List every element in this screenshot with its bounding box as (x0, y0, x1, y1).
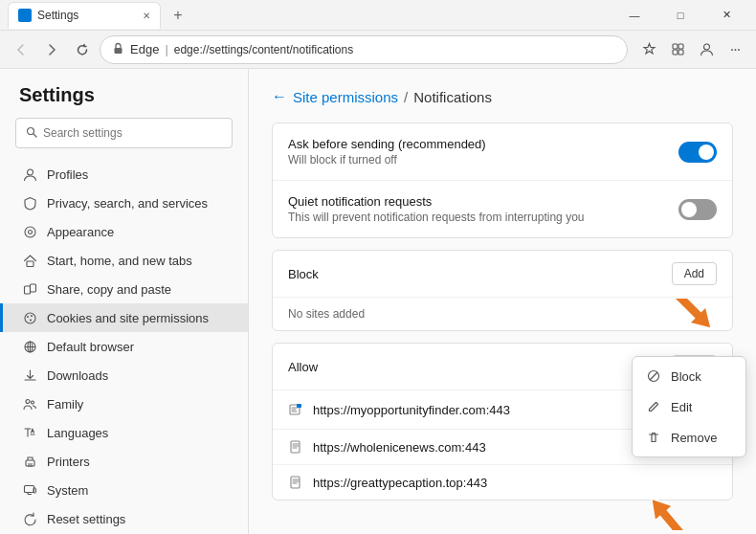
collections-icon[interactable] (664, 36, 691, 63)
svg-point-15 (31, 315, 33, 317)
sidebar-item-appearance[interactable]: Appearance (0, 217, 248, 246)
start-home-icon (22, 253, 37, 268)
sidebar-item-languages[interactable]: Languages (0, 418, 248, 447)
site-url-0: https://myopportunityfinder.com:443 (313, 403, 684, 417)
share-copy-label: Share, copy and paste (47, 282, 171, 297)
sidebar-item-family[interactable]: Family (0, 389, 248, 418)
sidebar-item-start-home[interactable]: Start, home, and new tabs (0, 246, 248, 275)
svg-point-16 (30, 319, 32, 321)
ctx-block-item[interactable]: Block (633, 361, 745, 391)
favorites-icon[interactable] (635, 36, 662, 63)
block-title: Block (288, 267, 672, 281)
quiet-toggle[interactable] (678, 199, 717, 220)
ctx-remove-label: Remove (671, 431, 717, 445)
svg-rect-1 (673, 44, 678, 49)
search-wrap (0, 118, 248, 160)
ask-card: Ask before sending (recommended) Will bl… (272, 122, 733, 238)
downloads-icon (22, 367, 37, 383)
svg-point-8 (25, 227, 35, 237)
svg-rect-23 (33, 488, 36, 493)
close-button[interactable]: ✕ (704, 0, 748, 31)
ctx-block-label: Block (671, 369, 701, 384)
profile-icon[interactable] (693, 36, 720, 63)
lock-icon (112, 42, 124, 57)
edit-icon (646, 399, 661, 414)
no-sites-text: No sites added (273, 297, 732, 330)
settings-tab[interactable]: Settings ✕ (8, 2, 161, 29)
tab-close-button[interactable]: ✕ (143, 11, 150, 21)
allow-title: Allow (288, 360, 672, 374)
svg-rect-29 (291, 441, 300, 453)
sidebar-item-cookies[interactable]: Cookies and site permissions (0, 303, 248, 332)
appearance-icon (22, 224, 37, 239)
reset-icon (22, 511, 37, 526)
refresh-button[interactable] (69, 36, 96, 63)
svg-rect-4 (678, 50, 683, 55)
quiet-label: Quiet notification requests (288, 194, 667, 209)
context-menu: Block Edit Remove (632, 356, 746, 457)
languages-icon (22, 425, 37, 440)
svg-point-14 (27, 316, 29, 318)
svg-point-7 (27, 169, 33, 175)
block-icon (646, 368, 661, 384)
forward-button[interactable] (38, 36, 65, 63)
system-icon (22, 482, 37, 498)
breadcrumb-link[interactable]: Site permissions (293, 89, 398, 105)
search-box[interactable] (15, 118, 233, 148)
address-bar[interactable]: Edge | edge://settings/content/notificat… (100, 35, 628, 64)
svg-rect-0 (115, 48, 122, 54)
maximize-button[interactable]: □ (658, 0, 702, 31)
search-icon (26, 126, 37, 141)
breadcrumb: ← Site permissions / Notifications (272, 88, 733, 105)
svg-point-20 (31, 401, 33, 404)
sidebar-item-share-copy[interactable]: Share, copy and paste (0, 275, 248, 303)
sidebar-item-profiles[interactable]: Profiles (0, 160, 248, 189)
address-separator: | (165, 42, 167, 56)
start-home-label: Start, home, and new tabs (47, 254, 192, 268)
svg-point-19 (26, 399, 30, 403)
sidebar: Settings Profiles Privacy, search, and s… (0, 69, 249, 534)
system-label: System (47, 483, 88, 498)
block-add-button[interactable]: Add (672, 262, 717, 285)
sidebar-item-printers[interactable]: Printers (0, 447, 248, 476)
sidebar-item-downloads[interactable]: Downloads (0, 361, 248, 389)
quiet-row: Quiet notification requests This will pr… (273, 180, 732, 237)
breadcrumb-back-button[interactable]: ← (272, 88, 287, 105)
ctx-remove-item[interactable]: Remove (633, 422, 745, 453)
svg-rect-11 (24, 286, 30, 294)
toggle-thumb (699, 145, 714, 160)
site-icon-1 (288, 439, 303, 455)
address-actions: ··· (635, 36, 748, 63)
breadcrumb-current: Notifications (413, 89, 492, 105)
site-row-2: https://greattypecaption.top:443 (273, 464, 732, 500)
svg-rect-12 (30, 284, 35, 292)
sidebar-item-reset[interactable]: Reset settings (0, 504, 248, 533)
privacy-label: Privacy, search, and services (47, 196, 208, 211)
svg-rect-21 (26, 460, 34, 466)
cookies-icon (22, 310, 37, 325)
svg-rect-2 (678, 44, 683, 49)
reset-label: Reset settings (47, 512, 125, 526)
ask-label: Ask before sending (recommended) (288, 137, 667, 151)
addressbar: Edge | edge://settings/content/notificat… (0, 31, 756, 69)
address-url: edge://settings/content/notifications (174, 43, 353, 56)
settings-tab-icon (18, 9, 32, 22)
ask-sub: Will block if turned off (288, 153, 667, 167)
svg-rect-28 (297, 404, 301, 408)
search-input[interactable] (43, 126, 222, 140)
new-tab-button[interactable]: + (165, 2, 191, 29)
back-button[interactable] (8, 36, 34, 63)
content-area: ← Site permissions / Notifications Ask b… (249, 69, 756, 534)
cookies-label: Cookies and site permissions (47, 311, 209, 325)
ask-toggle[interactable] (678, 142, 717, 163)
sidebar-item-default-browser[interactable]: Default browser (0, 332, 248, 361)
sidebar-item-privacy[interactable]: Privacy, search, and services (0, 189, 248, 217)
quiet-sub: This will prevent notification requests … (288, 211, 667, 224)
edge-brand-label: Edge (130, 42, 159, 56)
ask-row: Ask before sending (recommended) Will bl… (273, 123, 732, 180)
sidebar-item-system[interactable]: System (0, 476, 248, 504)
ctx-edit-item[interactable]: Edit (633, 391, 745, 422)
minimize-button[interactable]: — (612, 0, 656, 31)
quiet-text: Quiet notification requests This will pr… (288, 194, 667, 224)
more-button[interactable]: ··· (722, 36, 748, 63)
